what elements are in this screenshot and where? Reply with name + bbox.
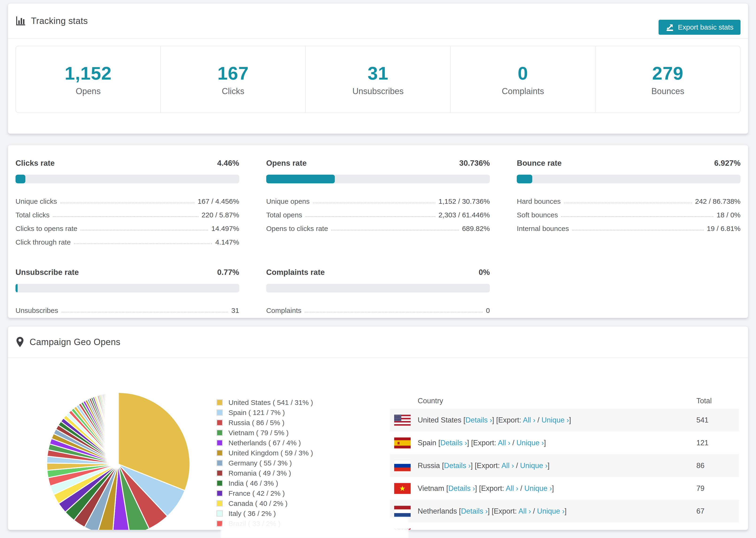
table-row-nl: Netherlands [Details ›] [Export: All › /… xyxy=(390,500,739,522)
legend-item-germany[interactable]: Germany ( 55 / 3% ) xyxy=(216,458,313,468)
export-all-link[interactable]: All › xyxy=(498,439,510,447)
geo-title-label: Campaign Geo Opens xyxy=(29,337,121,347)
export-unique-link[interactable]: Unique › xyxy=(516,439,544,447)
legend-label: United States ( 541 / 31% ) xyxy=(229,399,313,406)
rate-header: Unsubscribe rate0.77% xyxy=(16,268,239,277)
legend-label: Italy ( 36 / 2% ) xyxy=(229,510,276,517)
slash: / xyxy=(511,439,516,447)
country-name: Russia xyxy=(418,461,442,470)
legend-item-united-kingdom[interactable]: United Kingdom ( 59 / 3% ) xyxy=(216,448,313,458)
summary-card: 31Unsubscribes xyxy=(306,46,451,112)
legend-item-vietnam[interactable]: Vietnam ( 79 / 5% ) xyxy=(216,428,313,438)
legend-swatch xyxy=(216,440,223,446)
rate-header: Bounce rate6.927% xyxy=(517,159,740,168)
dotted-leader xyxy=(572,230,703,231)
legend-item-romania[interactable]: Romania ( 49 / 3% ) xyxy=(216,468,313,478)
details-link[interactable]: Details › xyxy=(473,530,500,530)
rate-title: Bounce rate xyxy=(517,159,562,168)
export-basic-stats-button[interactable]: Export basic stats xyxy=(659,20,740,35)
summary-value: 31 xyxy=(368,63,389,84)
rate-value: 0% xyxy=(479,268,490,277)
details-link[interactable]: Details › xyxy=(441,439,467,447)
export-all-link[interactable]: All › xyxy=(506,484,518,493)
export-all-link[interactable]: All › xyxy=(531,530,543,530)
legend-item-netherlands[interactable]: Netherlands ( 67 / 4% ) xyxy=(216,438,313,448)
rate-progress-fill xyxy=(266,175,335,183)
rate-row: Clicks to opens rate14.497% xyxy=(16,219,239,233)
legend-swatch xyxy=(216,500,223,507)
total-cell: 86 xyxy=(696,461,704,470)
export-unique-link[interactable]: Unique › xyxy=(524,484,552,493)
total-cell: 59 xyxy=(696,530,704,530)
nl-flag-icon xyxy=(394,506,411,517)
legend-item-russia[interactable]: Russia ( 86 / 5% ) xyxy=(216,418,313,428)
rate-row-value: 220 / 5.87% xyxy=(202,211,239,219)
export-unique-link[interactable]: Unique › xyxy=(537,507,565,515)
export-unique-link[interactable]: Unique › xyxy=(520,461,548,470)
table-row-us: United States [Details ›] [Export: All ›… xyxy=(390,409,739,431)
export-unique-link[interactable]: Unique › xyxy=(541,416,569,424)
pie-legend: United States ( 541 / 31% )Spain ( 121 /… xyxy=(216,398,313,530)
bracket: ] [Export: xyxy=(467,439,498,447)
rate-row-label: Clicks to opens rate xyxy=(16,225,77,233)
legend-item-france[interactable]: France ( 42 / 2% ) xyxy=(216,488,313,498)
rate-rows: Complaints0 xyxy=(266,301,490,314)
rate-row-label: Unsubscribes xyxy=(16,306,58,314)
geo-table: Country Total United States [Details ›] … xyxy=(390,393,739,530)
bracket: ] [Export: xyxy=(500,530,531,530)
rate-row: Opens to clicks rate689.82% xyxy=(266,219,490,233)
geo-opens-pie-chart[interactable] xyxy=(41,387,196,530)
legend-item-india[interactable]: India ( 46 / 3% ) xyxy=(216,478,313,488)
summary-card: 0Complaints xyxy=(451,46,596,112)
bracket: ] [Export: xyxy=(488,507,518,515)
rate-header: Complaints rate0% xyxy=(266,268,490,277)
legend-item-italy[interactable]: Italy ( 36 / 2% ) xyxy=(216,509,313,518)
rate-row: Click through rate4.147% xyxy=(16,233,239,246)
geo-content: United States ( 541 / 31% )Spain ( 121 /… xyxy=(8,358,748,530)
rate-rows: Hard bounces242 / 86.738%Soft bounces18 … xyxy=(517,192,740,233)
details-link[interactable]: Details › xyxy=(444,461,471,470)
details-link[interactable]: Details › xyxy=(465,416,492,424)
export-all-link[interactable]: All › xyxy=(502,461,514,470)
rate-row-label: Total clicks xyxy=(16,211,50,219)
legend-label: Netherlands ( 67 / 4% ) xyxy=(229,439,301,447)
export-all-link[interactable]: All › xyxy=(518,507,531,515)
country-name: Spain xyxy=(418,439,438,447)
rate-row-value: 167 / 4.456% xyxy=(198,197,239,205)
export-all-link[interactable]: All › xyxy=(523,416,535,424)
summary-label: Clicks xyxy=(222,86,244,96)
rate-value: 4.46% xyxy=(217,159,239,168)
rate-progress-fill xyxy=(517,175,532,183)
legend-item-united-states[interactable]: United States ( 541 / 31% ) xyxy=(216,398,313,407)
rate-row-label: Unique clicks xyxy=(16,197,57,205)
dotted-leader xyxy=(81,230,208,231)
legend-swatch xyxy=(216,430,223,436)
legend-item-canada[interactable]: Canada ( 40 / 2% ) xyxy=(216,498,313,509)
dotted-leader xyxy=(305,312,483,312)
bracket: ] xyxy=(544,439,546,447)
rate-row: Internal bounces19 / 6.81% xyxy=(517,219,740,233)
summary-card: 167Clicks xyxy=(161,46,306,112)
legend-label: India ( 46 / 3% ) xyxy=(229,479,278,487)
export-unique-link[interactable]: Unique › xyxy=(550,530,577,530)
table-row-ru: Russia [Details ›] [Export: All › / Uniq… xyxy=(390,454,739,477)
rate-row-value: 18 / 0% xyxy=(717,211,740,219)
svg-text:★: ★ xyxy=(399,484,406,492)
legend-item-spain[interactable]: Spain ( 121 / 7% ) xyxy=(216,407,313,418)
summary-cards: 1,152Opens167Clicks31Unsubscribes0Compla… xyxy=(16,46,740,113)
export-button-label: Export basic stats xyxy=(678,23,733,31)
map-pin-icon xyxy=(16,337,25,348)
bracket: ] xyxy=(552,484,554,493)
legend-swatch xyxy=(216,460,223,466)
total-cell: 79 xyxy=(696,484,704,493)
details-link[interactable]: Details › xyxy=(461,507,488,515)
pie-slice-small[interactable] xyxy=(118,393,118,464)
summary-value: 0 xyxy=(518,63,528,84)
dotted-leader xyxy=(62,312,228,312)
geo-title: Campaign Geo Opens xyxy=(16,337,121,348)
rate-row-value: 0 xyxy=(486,306,490,314)
details-link[interactable]: Details › xyxy=(448,484,475,493)
rate-progress-fill xyxy=(16,175,26,183)
rate-progress-bar xyxy=(517,175,740,183)
bracket: [ xyxy=(442,461,444,470)
